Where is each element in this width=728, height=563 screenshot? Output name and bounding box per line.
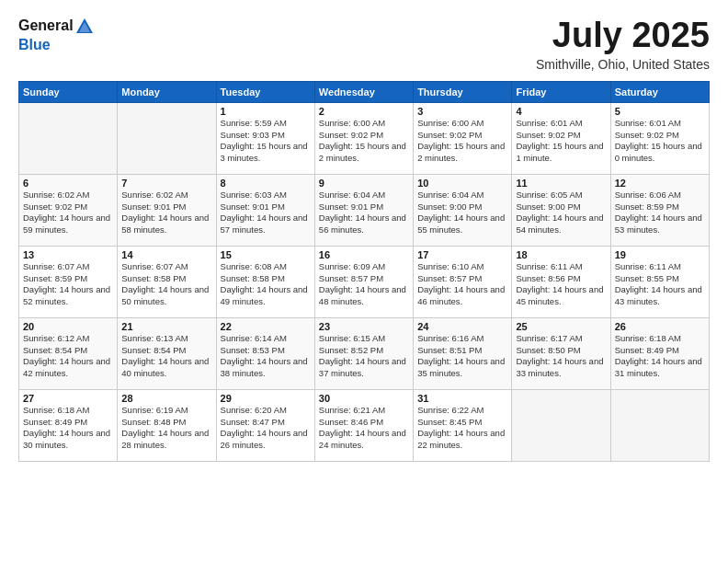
calendar-cell: 14Sunrise: 6:07 AMSunset: 8:58 PMDayligh… xyxy=(118,246,216,317)
day-number: 7 xyxy=(121,178,211,189)
calendar-cell: 22Sunrise: 6:14 AMSunset: 8:53 PMDayligh… xyxy=(216,317,314,389)
day-info: Sunrise: 6:21 AMSunset: 8:46 PMDaylight:… xyxy=(319,405,409,452)
calendar-header-friday: Friday xyxy=(512,81,610,102)
calendar-cell: 15Sunrise: 6:08 AMSunset: 8:58 PMDayligh… xyxy=(216,246,314,317)
day-number: 30 xyxy=(319,393,409,404)
calendar-header-row: SundayMondayTuesdayWednesdayThursdayFrid… xyxy=(19,81,710,102)
day-info: Sunrise: 6:02 AMSunset: 9:02 PMDaylight:… xyxy=(23,190,113,236)
day-info: Sunrise: 6:01 AMSunset: 9:02 PMDaylight:… xyxy=(615,118,705,165)
calendar-cell: 4Sunrise: 6:01 AMSunset: 9:02 PMDaylight… xyxy=(512,102,610,174)
day-info: Sunrise: 6:17 AMSunset: 8:50 PMDaylight:… xyxy=(516,333,606,380)
day-info: Sunrise: 6:01 AMSunset: 9:02 PMDaylight:… xyxy=(516,118,606,165)
day-info: Sunrise: 6:08 AMSunset: 8:58 PMDaylight:… xyxy=(221,261,311,308)
day-info: Sunrise: 6:18 AMSunset: 8:49 PMDaylight:… xyxy=(23,405,113,452)
day-info: Sunrise: 6:22 AMSunset: 8:45 PMDaylight:… xyxy=(417,405,507,452)
day-number: 20 xyxy=(23,321,113,332)
day-number: 31 xyxy=(417,393,507,404)
day-info: Sunrise: 6:13 AMSunset: 8:54 PMDaylight:… xyxy=(121,333,211,380)
day-info: Sunrise: 6:00 AMSunset: 9:02 PMDaylight:… xyxy=(417,118,507,165)
day-info: Sunrise: 6:03 AMSunset: 9:01 PMDaylight:… xyxy=(221,190,311,236)
day-number: 4 xyxy=(516,106,606,117)
calendar-cell: 19Sunrise: 6:11 AMSunset: 8:55 PMDayligh… xyxy=(610,246,709,317)
day-number: 5 xyxy=(615,106,705,117)
day-info: Sunrise: 6:06 AMSunset: 8:59 PMDaylight:… xyxy=(615,190,705,236)
calendar-week-row: 13Sunrise: 6:07 AMSunset: 8:59 PMDayligh… xyxy=(19,246,710,317)
calendar-header-sunday: Sunday xyxy=(19,81,118,102)
calendar-cell xyxy=(512,389,610,461)
day-info: Sunrise: 6:02 AMSunset: 9:01 PMDaylight:… xyxy=(121,190,211,236)
day-number: 2 xyxy=(319,106,409,117)
calendar-cell: 9Sunrise: 6:04 AMSunset: 9:01 PMDaylight… xyxy=(314,174,413,246)
day-number: 25 xyxy=(516,321,606,332)
day-number: 19 xyxy=(615,249,705,260)
calendar-week-row: 20Sunrise: 6:12 AMSunset: 8:54 PMDayligh… xyxy=(19,317,710,389)
day-number: 12 xyxy=(615,178,705,189)
day-info: Sunrise: 6:15 AMSunset: 8:52 PMDaylight:… xyxy=(319,333,409,380)
day-number: 1 xyxy=(221,106,311,117)
day-number: 10 xyxy=(417,178,507,189)
calendar-cell xyxy=(118,102,216,174)
day-number: 28 xyxy=(121,393,211,404)
calendar-cell: 31Sunrise: 6:22 AMSunset: 8:45 PMDayligh… xyxy=(414,389,512,461)
calendar-header-monday: Monday xyxy=(118,81,216,102)
calendar-cell: 5Sunrise: 6:01 AMSunset: 9:02 PMDaylight… xyxy=(610,102,709,174)
calendar-cell: 24Sunrise: 6:16 AMSunset: 8:51 PMDayligh… xyxy=(414,317,512,389)
calendar-cell: 29Sunrise: 6:20 AMSunset: 8:47 PMDayligh… xyxy=(216,389,314,461)
calendar-cell: 26Sunrise: 6:18 AMSunset: 8:49 PMDayligh… xyxy=(610,317,709,389)
calendar-week-row: 6Sunrise: 6:02 AMSunset: 9:02 PMDaylight… xyxy=(19,174,710,246)
day-number: 9 xyxy=(319,178,409,189)
logo-text: General Blue xyxy=(18,17,96,53)
calendar-cell: 23Sunrise: 6:15 AMSunset: 8:52 PMDayligh… xyxy=(314,317,413,389)
day-number: 3 xyxy=(417,106,507,117)
day-info: Sunrise: 6:16 AMSunset: 8:51 PMDaylight:… xyxy=(417,333,507,380)
calendar-cell: 20Sunrise: 6:12 AMSunset: 8:54 PMDayligh… xyxy=(19,317,118,389)
day-info: Sunrise: 6:11 AMSunset: 8:55 PMDaylight:… xyxy=(615,261,705,308)
day-number: 22 xyxy=(221,321,311,332)
calendar-header-tuesday: Tuesday xyxy=(216,81,314,102)
day-info: Sunrise: 6:18 AMSunset: 8:49 PMDaylight:… xyxy=(615,333,705,380)
calendar-cell: 18Sunrise: 6:11 AMSunset: 8:56 PMDayligh… xyxy=(512,246,610,317)
day-number: 16 xyxy=(319,249,409,260)
header: General Blue July 2025 Smithville, Ohio,… xyxy=(18,17,710,72)
calendar-cell: 6Sunrise: 6:02 AMSunset: 9:02 PMDaylight… xyxy=(19,174,118,246)
day-info: Sunrise: 6:12 AMSunset: 8:54 PMDaylight:… xyxy=(23,333,113,380)
calendar-cell: 3Sunrise: 6:00 AMSunset: 9:02 PMDaylight… xyxy=(414,102,512,174)
day-number: 29 xyxy=(221,393,311,404)
day-info: Sunrise: 6:09 AMSunset: 8:57 PMDaylight:… xyxy=(319,261,409,308)
calendar-cell: 2Sunrise: 6:00 AMSunset: 9:02 PMDaylight… xyxy=(314,102,413,174)
day-info: Sunrise: 6:20 AMSunset: 8:47 PMDaylight:… xyxy=(221,405,311,452)
day-number: 6 xyxy=(23,178,113,189)
logo: General Blue xyxy=(18,17,96,53)
calendar-cell: 25Sunrise: 6:17 AMSunset: 8:50 PMDayligh… xyxy=(512,317,610,389)
day-number: 21 xyxy=(121,321,211,332)
logo-general: General xyxy=(18,17,74,33)
day-info: Sunrise: 6:05 AMSunset: 9:00 PMDaylight:… xyxy=(516,190,606,236)
calendar-cell: 21Sunrise: 6:13 AMSunset: 8:54 PMDayligh… xyxy=(118,317,216,389)
day-info: Sunrise: 6:14 AMSunset: 8:53 PMDaylight:… xyxy=(221,333,311,380)
location: Smithville, Ohio, United States xyxy=(536,57,710,72)
calendar-cell: 16Sunrise: 6:09 AMSunset: 8:57 PMDayligh… xyxy=(314,246,413,317)
day-info: Sunrise: 6:04 AMSunset: 9:00 PMDaylight:… xyxy=(417,190,507,236)
day-number: 14 xyxy=(121,249,211,260)
day-number: 27 xyxy=(23,393,113,404)
day-info: Sunrise: 6:00 AMSunset: 9:02 PMDaylight:… xyxy=(319,118,409,165)
day-number: 15 xyxy=(221,249,311,260)
day-info: Sunrise: 6:19 AMSunset: 8:48 PMDaylight:… xyxy=(121,405,211,452)
day-number: 23 xyxy=(319,321,409,332)
calendar-cell: 8Sunrise: 6:03 AMSunset: 9:01 PMDaylight… xyxy=(216,174,314,246)
calendar-week-row: 1Sunrise: 5:59 AMSunset: 9:03 PMDaylight… xyxy=(19,102,710,174)
day-info: Sunrise: 5:59 AMSunset: 9:03 PMDaylight:… xyxy=(221,118,311,165)
calendar-cell: 13Sunrise: 6:07 AMSunset: 8:59 PMDayligh… xyxy=(19,246,118,317)
day-number: 26 xyxy=(615,321,705,332)
day-info: Sunrise: 6:07 AMSunset: 8:59 PMDaylight:… xyxy=(23,261,113,308)
calendar-cell: 10Sunrise: 6:04 AMSunset: 9:00 PMDayligh… xyxy=(414,174,512,246)
day-info: Sunrise: 6:04 AMSunset: 9:01 PMDaylight:… xyxy=(319,190,409,236)
calendar-cell: 17Sunrise: 6:10 AMSunset: 8:57 PMDayligh… xyxy=(414,246,512,317)
calendar-header-thursday: Thursday xyxy=(414,81,512,102)
day-number: 24 xyxy=(417,321,507,332)
calendar-cell: 12Sunrise: 6:06 AMSunset: 8:59 PMDayligh… xyxy=(610,174,709,246)
calendar-table: SundayMondayTuesdayWednesdayThursdayFrid… xyxy=(18,81,710,462)
calendar-week-row: 27Sunrise: 6:18 AMSunset: 8:49 PMDayligh… xyxy=(19,389,710,461)
calendar-cell: 30Sunrise: 6:21 AMSunset: 8:46 PMDayligh… xyxy=(314,389,413,461)
title-block: July 2025 Smithville, Ohio, United State… xyxy=(536,17,710,72)
